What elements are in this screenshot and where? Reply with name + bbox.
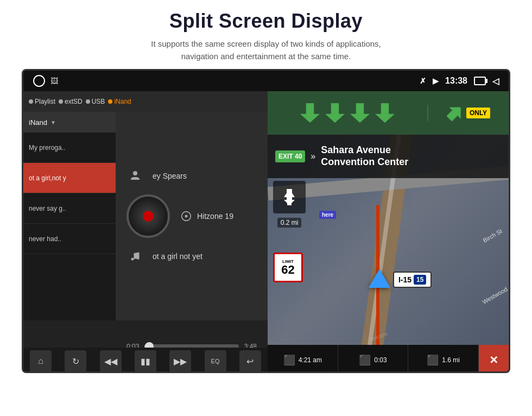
album-art (126, 194, 170, 238)
gallery-icon: 🖼 (50, 77, 58, 85)
source-usb[interactable]: USB (86, 98, 105, 105)
nav-panel: Birch St Westwood ONLY (268, 91, 509, 373)
exit-sign: EXIT 40 » Sahara Avenue Convention Cente… (268, 135, 509, 178)
artist-row: ey Spears (126, 167, 257, 185)
device-frame: 🖼 ✗ ▶ 13:38 ◁ Playlist extSD (22, 69, 510, 373)
svg-point-0 (133, 171, 137, 175)
track-info: ey Spears (116, 167, 268, 265)
prev-button[interactable]: ◀◀ (100, 350, 122, 372)
nav-direction-sign: ONLY (268, 91, 509, 135)
pause-button[interactable]: ▮▮ (135, 350, 156, 372)
playlist-dot (29, 99, 33, 104)
nav-duration: 0:03 (374, 356, 387, 364)
here-logo: here (319, 211, 336, 219)
svg-point-3 (131, 258, 134, 261)
turn-indicators: 0.2 mi (273, 181, 306, 228)
window-icon (474, 77, 486, 85)
playlist-header[interactable]: iNand ▼ (23, 112, 116, 133)
storage-selector: iNand (29, 118, 47, 127)
repeat-button[interactable]: ↻ (65, 350, 86, 372)
nav-distance-item: ⬛ 1.6 mi (408, 345, 479, 373)
playlist-items: My preroga.. ot a girl,not y never say g… (23, 133, 116, 254)
highway-text: I-15 (398, 275, 411, 284)
inand-dot (108, 99, 112, 104)
home-icon (33, 75, 45, 87)
nav-up-right-arrow (447, 105, 463, 121)
person-icon (126, 167, 144, 185)
playlist-label: Playlist (35, 98, 55, 105)
status-bar-right: ✗ ▶ 13:38 ◁ (420, 76, 499, 86)
status-bar: 🖼 ✗ ▶ 13:38 ◁ (23, 71, 509, 91)
exit-place: Convention Center (321, 156, 408, 168)
source-inand[interactable]: iNand (108, 98, 131, 105)
album-art-inner (143, 211, 154, 222)
page-header: Split Screen Display It supports the sam… (0, 0, 532, 69)
nav-eta-time: 4:21 am (299, 356, 322, 364)
nav-arrow-down-2 (325, 103, 345, 123)
playlist-item-0[interactable]: My preroga.. (23, 133, 116, 163)
checkerboard-icon-3: ⬛ (427, 354, 439, 366)
turn-distance: 0.2 mi (277, 218, 302, 228)
now-playing: ey Spears (116, 112, 268, 320)
source-playlist[interactable]: Playlist (29, 98, 55, 105)
nav-eta-item: ⬛ 4:21 am (268, 345, 338, 373)
highway-shield: 15 (414, 275, 426, 285)
nav-arrow-down-4 (375, 103, 395, 123)
checkerboard-icon-2: ⬛ (359, 354, 371, 366)
nav-bottom-bar: ⬛ 4:21 am ⬛ 0:03 ⬛ 1.6 mi (268, 345, 509, 373)
song-name: ot a girl not yet (153, 252, 202, 261)
nav-arrow-down-1 (300, 103, 320, 123)
next-button[interactable]: ▶▶ (169, 350, 191, 372)
speed-limit-sign: LIMIT 62 (273, 253, 303, 282)
location-icon: ▶ (433, 77, 439, 85)
svg-point-2 (185, 215, 188, 218)
inand-label: iNand (114, 98, 131, 105)
album-name: Hitzone 19 (197, 212, 233, 220)
nav-distance: 1.6 mi (442, 356, 460, 364)
nav-sign-right: ONLY (427, 105, 509, 121)
extsd-dot (59, 99, 63, 104)
page-title: Split Screen Display (33, 10, 499, 33)
usb-label: USB (92, 98, 105, 105)
status-bar-left: 🖼 (33, 75, 58, 87)
exit-text: Sahara Avenue Convention Center (321, 144, 408, 168)
checkerboard-icon-1: ⬛ (283, 354, 295, 366)
usb-dot (86, 99, 90, 104)
time-display: 13:38 (445, 76, 467, 86)
turn-icon-main (273, 181, 306, 213)
exit-badge: EXIT 40 (275, 150, 305, 162)
playlist-item-3[interactable]: never had.. (23, 224, 116, 254)
highway-badge: I-15 15 (393, 272, 432, 288)
playlist-sidebar: iNand ▼ My preroga.. ot a girl,not y nev… (23, 112, 116, 320)
source-tabs: Playlist extSD USB iNand (23, 91, 268, 112)
main-content: Playlist extSD USB iNand iNand (23, 91, 509, 373)
artist-name: ey Spears (153, 172, 187, 180)
extsd-label: extSD (65, 98, 83, 105)
exit-street: Sahara Avenue (321, 144, 408, 156)
controls-bar: ⌂ ↻ ◀◀ ▮▮ ▶▶ EQ ↩ (23, 348, 268, 373)
source-extsd[interactable]: extSD (59, 98, 83, 105)
album-row: Hitzone 19 (126, 194, 257, 238)
nav-sign-left (268, 103, 427, 123)
dropdown-arrow-icon: ▼ (50, 119, 56, 125)
music-note-icon (126, 248, 144, 265)
back-icon: ◁ (492, 76, 499, 86)
svg-marker-5 (447, 105, 463, 121)
playlist-item-2[interactable]: never say g.. (23, 193, 116, 224)
speed-limit-value: 62 (281, 264, 294, 276)
home-button[interactable]: ⌂ (30, 350, 52, 372)
back-button[interactable]: ↩ (239, 350, 261, 372)
bluetooth-icon: ✗ (420, 77, 426, 85)
media-panel: Playlist extSD USB iNand iNand (23, 91, 268, 373)
page-subtitle: It supports the same screen display of t… (33, 38, 499, 62)
nav-duration-item: ⬛ 0:03 (338, 345, 409, 373)
nav-position-triangle (369, 269, 390, 288)
only-badge: ONLY (466, 108, 490, 118)
song-row: ot a girl not yet (126, 248, 257, 265)
disc-icon (181, 211, 192, 222)
playlist-item-1[interactable]: ot a girl,not y (23, 163, 116, 193)
nav-arrow-down-3 (350, 103, 370, 123)
eq-button[interactable]: EQ (205, 350, 226, 372)
svg-point-4 (137, 257, 140, 260)
nav-close-button[interactable]: ✕ (479, 345, 509, 373)
